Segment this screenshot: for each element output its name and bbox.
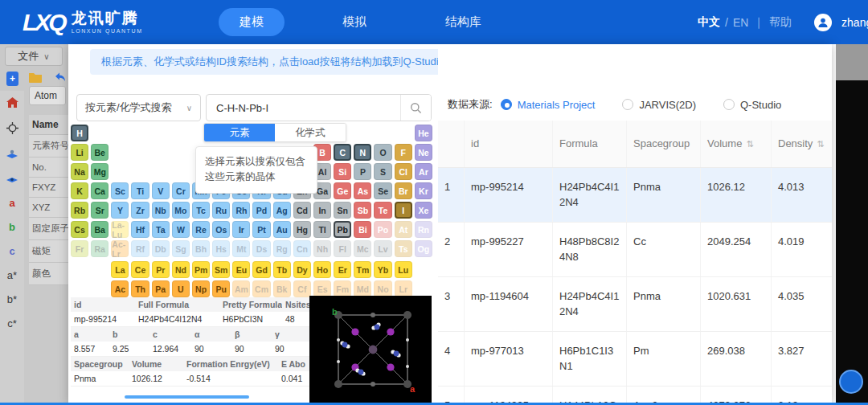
element-Ir[interactable]: Ir (232, 221, 250, 238)
element-Yb[interactable]: Yb (374, 261, 391, 278)
element-I[interactable]: I (395, 202, 412, 219)
element-H[interactable]: H (71, 125, 88, 141)
element-Am[interactable]: Am (232, 280, 250, 297)
element-Sc[interactable]: Sc (111, 182, 129, 199)
element-Ce[interactable]: Ce (131, 261, 149, 278)
axis-button-c-star[interactable]: c* (7, 318, 17, 329)
element-Lv[interactable]: Lv (374, 240, 391, 257)
element-Nb[interactable]: Nb (152, 202, 170, 219)
element-Y[interactable]: Y (111, 202, 129, 219)
element-Eu[interactable]: Eu (232, 261, 250, 278)
help-link[interactable]: 帮助 (769, 15, 792, 30)
element-S[interactable]: S (374, 163, 391, 180)
table-row[interactable]: 1mp-995214H24Pb4C4I12N4Pnma1026.124.013 (438, 168, 832, 223)
username-label[interactable]: zhangchi (841, 16, 868, 29)
element-Ru[interactable]: Ru (212, 202, 230, 219)
element-Ne[interactable]: Ne (415, 144, 432, 161)
element-K[interactable]: K (71, 182, 88, 199)
element-He[interactable]: He (415, 125, 432, 141)
element-Np[interactable]: Np (192, 280, 210, 297)
element-Ca[interactable]: Ca (91, 182, 108, 199)
axis-button-b[interactable]: b (9, 222, 15, 232)
toggle-化学式[interactable]: 化学式 (275, 124, 346, 141)
element-Ag[interactable]: Ag (273, 202, 291, 219)
element-Fr[interactable]: Fr (71, 240, 88, 257)
element-Re[interactable]: Re (192, 221, 210, 238)
element-Ra[interactable]: Ra (91, 240, 108, 257)
element-F[interactable]: F (395, 144, 412, 161)
element-Si[interactable]: Si (334, 163, 351, 180)
element-Mt[interactable]: Mt (232, 240, 250, 257)
element-Md[interactable]: Md (354, 280, 371, 297)
element-Te[interactable]: Te (374, 202, 391, 219)
element-Cm[interactable]: Cm (252, 280, 270, 297)
element-P[interactable]: P (354, 163, 371, 180)
element-Mc[interactable]: Mc (354, 240, 371, 257)
crystal-structure-view[interactable]: b a (309, 296, 432, 405)
orthographic-view-icon[interactable] (6, 173, 19, 187)
element-Ar[interactable]: Ar (415, 163, 432, 180)
element-Ho[interactable]: Ho (313, 261, 331, 278)
element-As[interactable]: As (354, 182, 371, 199)
element-Th[interactable]: Th (131, 280, 149, 297)
undo-icon[interactable] (52, 71, 67, 87)
element-Tc[interactable]: Tc (192, 202, 210, 219)
element-Ge[interactable]: Ge (334, 182, 351, 199)
element-Gd[interactable]: Gd (252, 261, 270, 278)
element-O[interactable]: O (374, 144, 391, 161)
element-Kr[interactable]: Kr (415, 182, 432, 199)
nav-tab-模拟[interactable]: 模拟 (321, 8, 387, 36)
home-view-icon[interactable] (6, 97, 18, 112)
element-Sb[interactable]: Sb (354, 202, 371, 219)
column-header-Density[interactable]: Density⇅ (772, 121, 832, 167)
element-Pb[interactable]: Pb (334, 221, 351, 238)
element-Sn[interactable]: Sn (334, 202, 351, 219)
brand-logo[interactable]: LXQ 龙讯旷腾 LONXUN QUANTUM (23, 9, 143, 36)
table-row[interactable]: 4mp-977013H6Pb1C1I3N1Pm269.0383.827 (438, 332, 832, 387)
element-Ta[interactable]: Ta (152, 221, 170, 238)
element-Dy[interactable]: Dy (293, 261, 311, 278)
element-Bk[interactable]: Bk (273, 280, 291, 297)
column-header-Volume[interactable]: Volume⇅ (701, 121, 772, 167)
element-No[interactable]: No (374, 280, 391, 297)
element-Se[interactable]: Se (374, 182, 391, 199)
table-row[interactable]: 3mp-1194604H24Pb4C4I12N4Pnma1020.6314.03… (438, 277, 832, 332)
open-folder-icon[interactable] (28, 72, 43, 87)
focus-target-icon[interactable] (6, 122, 18, 137)
lang-en-link[interactable]: EN (733, 16, 748, 29)
element-Cl[interactable]: Cl (395, 163, 412, 180)
element-Cf[interactable]: Cf (293, 280, 311, 297)
element-Ba[interactable]: Ba (91, 221, 108, 238)
file-menu-button[interactable]: 文件 ∨ (5, 47, 63, 66)
element-Mg[interactable]: Mg (91, 163, 108, 180)
element-Rn[interactable]: Rn (415, 221, 432, 238)
nav-tab-结构库[interactable]: 结构库 (424, 8, 502, 36)
element-Ac[interactable]: Ac (111, 280, 129, 297)
element-At[interactable]: At (395, 221, 412, 238)
element-Ds[interactable]: Ds (252, 240, 270, 257)
element-Au[interactable]: Au (273, 221, 291, 238)
element-Na[interactable]: Na (71, 163, 88, 180)
element-La[interactable]: La (111, 261, 129, 278)
element-Pd[interactable]: Pd (252, 202, 270, 219)
element-Be[interactable]: Be (91, 144, 108, 161)
element-Lr[interactable]: Lr (395, 280, 412, 297)
element-Os[interactable]: Os (212, 221, 230, 238)
atom-tab-button[interactable]: Atom (29, 86, 66, 105)
element-Tb[interactable]: Tb (273, 261, 291, 278)
perspective-view-icon[interactable] (6, 148, 19, 162)
element-Db[interactable]: Db (152, 240, 170, 257)
element-Rf[interactable]: Rf (131, 240, 149, 257)
user-avatar[interactable] (814, 14, 832, 31)
search-button[interactable] (400, 94, 431, 121)
element-U[interactable]: U (172, 280, 190, 297)
axis-button-c[interactable]: c (9, 246, 14, 256)
element-Nh[interactable]: Nh (313, 240, 331, 257)
table-row[interactable]: 2mp-995227H48Pb8C8I24N8Cc2049.2544.019 (438, 223, 832, 277)
floating-action-button[interactable] (839, 370, 863, 394)
element-Bi[interactable]: Bi (354, 221, 371, 238)
element-Hf[interactable]: Hf (131, 221, 149, 238)
element-Xe[interactable]: Xe (415, 202, 432, 219)
element-Pm[interactable]: Pm (192, 261, 210, 278)
element-Br[interactable]: Br (395, 182, 412, 199)
